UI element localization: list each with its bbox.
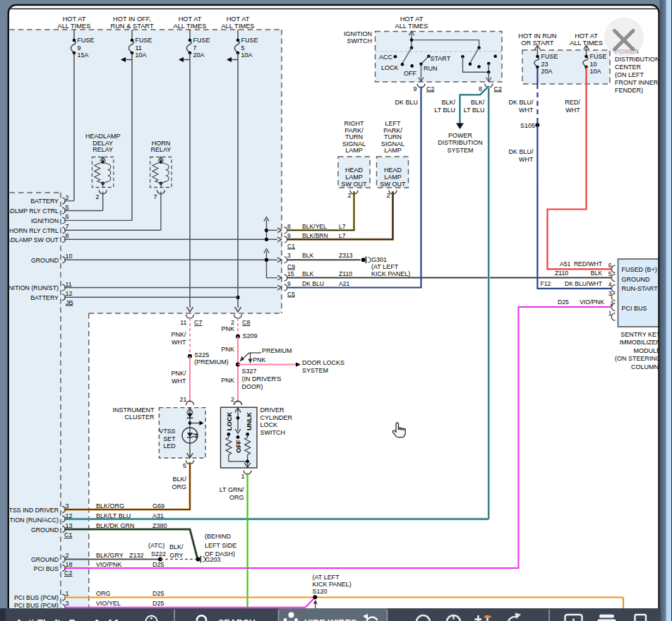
svg-text:IMMOBILIZER: IMMOBILIZER bbox=[619, 339, 661, 346]
svg-text:UNLK: UNLK bbox=[246, 412, 253, 430]
svg-text:A51: A51 bbox=[560, 260, 571, 267]
svg-text:PCI BUS (PCM): PCI BUS (PCM) bbox=[14, 602, 59, 609]
svg-text:BLK/: BLK/ bbox=[172, 476, 186, 483]
svg-text:9: 9 bbox=[287, 280, 291, 287]
svg-text:DRIVER: DRIVER bbox=[260, 406, 285, 414]
svg-text:DK BLU: DK BLU bbox=[302, 280, 324, 287]
svg-text:C5: C5 bbox=[287, 291, 295, 298]
svg-text:C7: C7 bbox=[194, 319, 203, 326]
svg-text:RED/WHT: RED/WHT bbox=[574, 260, 603, 267]
svg-text:DK BLU/: DK BLU/ bbox=[508, 99, 534, 106]
svg-text:7: 7 bbox=[193, 44, 197, 52]
svg-text:VTSS: VTSS bbox=[160, 428, 176, 435]
svg-text:DISTRIBUTION: DISTRIBUTION bbox=[615, 56, 660, 63]
svg-text:S209: S209 bbox=[242, 332, 257, 339]
svg-text:D25: D25 bbox=[558, 299, 569, 306]
svg-text:DISTRIBUTION: DISTRIBUTION bbox=[438, 139, 483, 146]
svg-text:SEARCH: SEARCH bbox=[218, 618, 256, 621]
svg-text:WHT: WHT bbox=[519, 156, 534, 163]
svg-text:LAMP: LAMP bbox=[384, 147, 402, 154]
svg-text:D25: D25 bbox=[152, 590, 164, 597]
svg-text:PCI BUS (PCM): PCI BUS (PCM) bbox=[14, 594, 59, 601]
svg-text:(ON STEERING: (ON STEERING bbox=[615, 355, 661, 362]
svg-text:HEAD: HEAD bbox=[345, 167, 364, 174]
svg-text:DOOR LOCKS: DOOR LOCKS bbox=[302, 359, 344, 366]
svg-text:WHT: WHT bbox=[519, 107, 534, 114]
svg-text:COLUMN): COLUMN) bbox=[631, 363, 661, 370]
svg-text:BLK/: BLK/ bbox=[169, 543, 184, 550]
svg-text:Z132: Z132 bbox=[129, 552, 144, 559]
svg-text:9: 9 bbox=[413, 85, 416, 92]
svg-text:GRY: GRY bbox=[169, 552, 183, 559]
svg-text:Z380: Z380 bbox=[152, 522, 167, 529]
svg-text:SENTRY KEY: SENTRY KEY bbox=[620, 331, 661, 338]
svg-text:DK BLU/WHT: DK BLU/WHT bbox=[565, 280, 603, 287]
svg-text:FENDER): FENDER) bbox=[615, 87, 643, 94]
svg-text:DOOR): DOOR) bbox=[241, 383, 263, 390]
svg-text:8: 8 bbox=[66, 232, 69, 239]
svg-text:G301: G301 bbox=[371, 256, 387, 263]
svg-text:F12: F12 bbox=[541, 280, 551, 287]
svg-text:OF DASH): OF DASH) bbox=[205, 550, 235, 557]
svg-text:LT GRN/: LT GRN/ bbox=[220, 486, 244, 493]
svg-text:RELAY: RELAY bbox=[92, 146, 113, 153]
svg-text:7: 7 bbox=[66, 223, 69, 230]
svg-text:ALL TIMES: ALL TIMES bbox=[221, 23, 254, 30]
svg-text:PCI BUS: PCI BUS bbox=[622, 305, 647, 312]
svg-text:PNK/: PNK/ bbox=[172, 370, 187, 377]
svg-text:POWER: POWER bbox=[448, 132, 473, 139]
svg-text:6: 6 bbox=[66, 213, 69, 220]
svg-text:A21: A21 bbox=[339, 280, 350, 287]
svg-text:21: 21 bbox=[179, 396, 186, 403]
svg-text:SWITCH: SWITCH bbox=[347, 37, 373, 44]
svg-text:SW OUT: SW OUT bbox=[380, 181, 406, 188]
svg-text:LED: LED bbox=[163, 442, 175, 450]
svg-text:2: 2 bbox=[347, 192, 351, 199]
svg-text:DK BLU: DK BLU bbox=[395, 99, 418, 106]
svg-text:HOT AT: HOT AT bbox=[575, 32, 598, 40]
svg-text:12: 12 bbox=[66, 290, 73, 297]
svg-text:RUN: RUN bbox=[424, 65, 438, 72]
svg-text:BLK/BRN: BLK/BRN bbox=[302, 232, 328, 239]
svg-text:C1: C1 bbox=[64, 531, 73, 538]
svg-text:(PREMIUM): (PREMIUM) bbox=[194, 358, 229, 366]
svg-text:HEAD: HEAD bbox=[384, 167, 402, 174]
svg-text:GROUND: GROUND bbox=[31, 526, 59, 533]
svg-text:LOCK: LOCK bbox=[381, 64, 399, 71]
svg-text:HEADLAMP: HEADLAMP bbox=[85, 133, 121, 140]
svg-text:LEFT SIDE: LEFT SIDE bbox=[205, 542, 236, 549]
svg-text:13: 13 bbox=[66, 522, 73, 529]
svg-text:PCI BUS: PCI BUS bbox=[34, 565, 59, 572]
svg-text:S225: S225 bbox=[194, 351, 209, 358]
svg-text:2: 2 bbox=[610, 300, 613, 307]
svg-text:BLK/: BLK/ bbox=[471, 99, 485, 106]
svg-text:OR START: OR START bbox=[521, 40, 553, 47]
svg-text:S327: S327 bbox=[241, 368, 256, 375]
svg-text:LOCK: LOCK bbox=[260, 421, 278, 428]
svg-text:PNK/: PNK/ bbox=[172, 331, 187, 338]
svg-text:SIGNAL: SIGNAL bbox=[342, 140, 366, 147]
svg-text:2: 2 bbox=[231, 396, 234, 403]
svg-text:S105: S105 bbox=[520, 122, 535, 129]
svg-text:VTSS IND DRIVER: VTSS IND DRIVER bbox=[5, 507, 59, 514]
svg-text:9: 9 bbox=[78, 44, 81, 52]
svg-text:SIGNAL: SIGNAL bbox=[381, 140, 404, 147]
svg-text:HOT IN RUN: HOT IN RUN bbox=[518, 32, 556, 40]
svg-text:9: 9 bbox=[287, 232, 291, 239]
svg-text:LAMP: LAMP bbox=[384, 174, 402, 181]
svg-text:LOCK: LOCK bbox=[226, 412, 233, 431]
svg-text:BLK: BLK bbox=[302, 270, 314, 277]
svg-text:FUSED (B+): FUSED (B+) bbox=[622, 266, 657, 273]
svg-text:L7: L7 bbox=[339, 232, 346, 239]
svg-text:20A: 20A bbox=[193, 52, 205, 59]
svg-text:PNK: PNK bbox=[221, 377, 234, 384]
svg-text:L7: L7 bbox=[339, 223, 346, 230]
svg-text:C9: C9 bbox=[287, 263, 295, 270]
svg-text:HOT AT: HOT AT bbox=[227, 16, 250, 23]
svg-text:RUN-START: RUN-START bbox=[622, 285, 659, 292]
svg-text:LT BLU: LT BLU bbox=[464, 107, 485, 114]
svg-text:10A: 10A bbox=[590, 68, 601, 75]
svg-text:BLK/LT BLU: BLK/LT BLU bbox=[96, 512, 131, 519]
svg-text:OFF: OFF bbox=[404, 70, 416, 77]
svg-text:(AT LEFT: (AT LEFT bbox=[371, 263, 399, 270]
